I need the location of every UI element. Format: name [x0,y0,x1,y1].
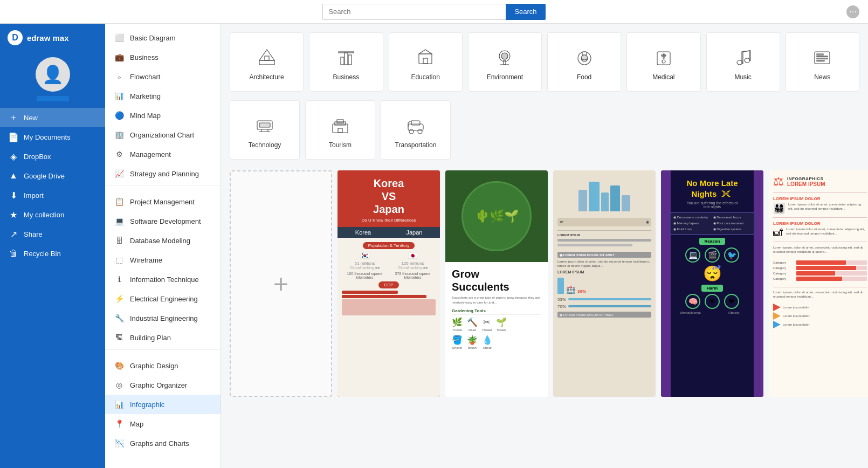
category-medical[interactable]: Medical [626,32,700,92]
sidebar-item-label: Import [24,191,44,199]
template-gallery: + KoreaVSJapan Do U Know their Differenc… [230,170,859,397]
svg-rect-7 [419,54,432,64]
menu-item-management[interactable]: ⚙ Management [105,144,221,164]
menu-item-label: Industrial Engineering [130,314,198,322]
menu-item-strategy[interactable]: 📈 Strategy and Planning [105,164,221,183]
category-tourism[interactable]: Tourism [305,100,375,160]
menu-item-flowchart[interactable]: ⬦ Flowchart [105,67,221,86]
svg-rect-23 [749,51,750,60]
user-bar [37,96,69,101]
korea-label: Korea [337,229,389,236]
template-korea-japan[interactable]: KoreaVSJapan Do U Know their Differences… [337,170,440,397]
menu-item-info-technique[interactable]: ℹ Information Technique [105,270,221,289]
category-label: Music [734,73,751,81]
info-technique-icon: ℹ [114,274,125,285]
category-business[interactable]: Business [309,32,383,92]
transportation-icon [404,113,428,137]
basic-diagram-icon: ⬜ [114,32,125,43]
sidebar-item-import[interactable]: ⬇ Import [0,185,105,205]
menu-item-label: Business [130,53,159,61]
svg-point-15 [581,55,588,61]
menu-item-graphic-design[interactable]: 🎨 Graphic Design [105,356,221,375]
menu-item-label: Strategy and Planning [130,170,199,178]
database-icon: 🗄 [114,235,125,246]
svg-rect-34 [338,128,342,133]
menu-item-label: Software Development [130,217,201,225]
category-transportation[interactable]: Transportation [381,100,451,160]
svg-rect-27 [817,58,828,59]
menu-item-map[interactable]: 📍 Map [105,414,221,433]
search-input[interactable] [322,4,506,20]
menu-item-label: Mind Map [130,112,161,120]
new-template-card[interactable]: + [230,170,332,397]
category-food[interactable]: Food [547,32,621,92]
user-avatar-section: 👤 [0,52,105,108]
sidebar-item-new[interactable]: ＋ New [0,108,105,127]
app-name: edraw max [27,33,69,43]
import-icon: ⬇ [9,190,18,200]
org-chart-icon: 🏢 [114,129,125,140]
category-label: Tourism [329,141,352,149]
svg-rect-2 [265,56,269,60]
category-technology[interactable]: Technology [230,100,300,160]
sidebar-item-dropbox[interactable]: ◈ DropBox [0,147,105,166]
menu-item-label: Graphs and Charts [130,439,189,448]
avatar: 👤 [36,57,70,92]
svg-rect-28 [817,60,824,61]
menu-item-label: Graphic Organizer [130,381,187,389]
user-profile-icon[interactable]: ⋯ [846,5,859,18]
technology-icon [253,113,277,137]
menu-item-org-chart[interactable]: 🏢 Organizational Chart [105,125,221,144]
category-education[interactable]: Education [389,32,463,92]
sidebar-item-share[interactable]: ↗ Share [0,224,105,244]
template-succulents[interactable]: 🌵🌿🌱 GrowSucculents Succulents are a grea… [445,170,548,397]
svg-rect-33 [337,120,343,123]
sidebar-item-label: My collection [24,211,64,219]
menu-item-mind-map[interactable]: 🔵 Mind Map [105,106,221,125]
menu-item-graphs-charts[interactable]: 📉 Graphs and Charts [105,433,221,453]
menu-item-label: Information Technique [130,276,199,284]
graphic-design-icon: 🎨 [114,360,125,371]
category-news[interactable]: News [786,32,859,92]
sidebar-item-label: DropBox [24,153,51,161]
menu-item-basic-diagram[interactable]: ⬜ Basic Diagram [105,28,221,47]
sidebar-brand: D edraw max [0,24,105,52]
menu-item-electrical[interactable]: ⚡ Electrical Engineering [105,289,221,308]
menu-item-marketing[interactable]: 📊 Marketing [105,86,221,106]
category-architecture[interactable]: Architecture [230,32,304,92]
sidebar-item-google-drive[interactable]: ▲ Google Drive [0,166,105,185]
sidebar-item-recycle-bin[interactable]: 🗑 Recycle Bin [0,244,105,263]
menu-item-label: Flowchart [130,73,160,81]
svg-marker-1 [259,50,274,60]
sidebar-item-my-documents[interactable]: 📄 My Documents [0,127,105,147]
topbar: Search ⋯ [0,0,868,24]
category-label: Architecture [250,73,284,81]
template-late-nights[interactable]: No More LateNights ☽☾ You are suffering … [661,170,763,397]
search-button[interactable]: Search [506,4,545,20]
architecture-icon [255,45,279,69]
new-icon: ＋ [9,113,18,122]
menu-item-industrial[interactable]: 🔧 Industrial Engineering [105,308,221,328]
menu-item-building-plan[interactable]: 🏗 Building Plan [105,328,221,347]
menu-item-business[interactable]: 💼 Business [105,47,221,67]
menu-item-label: Marketing [130,92,161,100]
collection-icon: ★ [9,210,18,219]
menu-item-graphic-organizer[interactable]: ◎ Graphic Organizer [105,375,221,395]
menu-item-infographic[interactable]: 📊 Infographic [105,395,221,414]
menu-item-wireframe[interactable]: ⬚ Wireframe [105,250,221,270]
svg-rect-38 [411,121,420,125]
sidebar-item-my-collection[interactable]: ★ My collection [0,205,105,224]
menu-item-software-dev[interactable]: 💻 Software Development [105,211,221,231]
menu-item-project-management[interactable]: 📋 Project Management [105,192,221,211]
menu-item-database[interactable]: 🗄 Database Modeling [105,231,221,250]
category-environment[interactable]: Environment [468,32,542,92]
template-city[interactable]: 🗺 ◉ LOREM IPSUM ◉ LOREM IPSUM DOLOR SIT … [553,170,656,397]
category-music[interactable]: Music [706,32,780,92]
template-lorem-infographic[interactable]: ⚖ INFOGRAPHICS LOREM IPSUM LOREM IPSUM D… [769,170,868,397]
content-area: ⬜ Basic Diagram 💼 Business ⬦ Flowchart 📊… [105,24,868,468]
main-content: Architecture Business Education [221,24,868,468]
wireframe-icon: ⬚ [114,254,125,265]
app-logo: D [8,30,23,45]
marketing-icon: 📊 [114,91,125,101]
svg-rect-11 [504,60,506,65]
